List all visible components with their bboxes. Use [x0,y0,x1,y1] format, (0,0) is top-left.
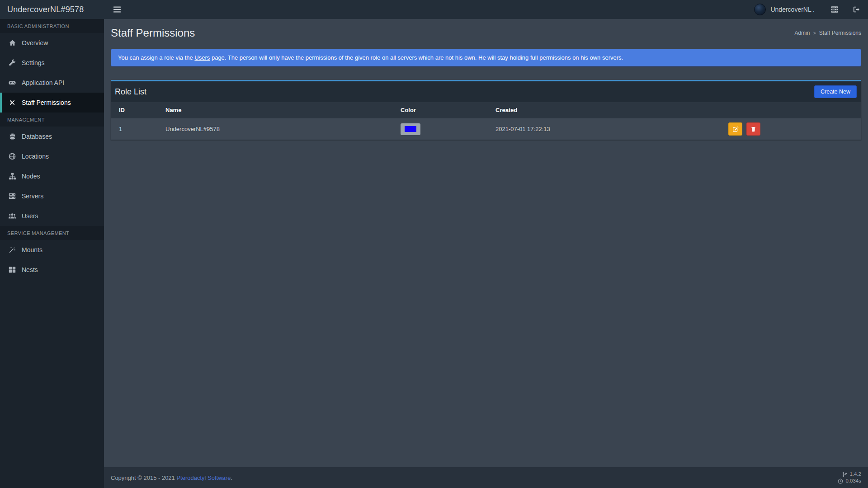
color-swatch-value [405,126,416,132]
breadcrumb-separator: > [813,30,816,36]
role-actions-cell [725,118,861,140]
sidebar-item-label: Nodes [22,173,40,180]
version-text: 1.4.2 [849,471,861,478]
panel-heading: Role List Create New [111,81,861,102]
table-header-row: ID Name Color Created [111,102,861,118]
servers-icon[interactable] [831,6,838,13]
users-page-link[interactable]: Users [194,54,210,61]
content: You can assign a role via the Users page… [104,49,868,467]
role-name-cell: UndercoverNL#9578 [162,118,397,140]
top-navbar: UndercoverNL#9578 UndercoverNL . [0,0,868,19]
column-header-created: Created [492,102,725,118]
user-menu[interactable]: UndercoverNL . [770,6,815,13]
table-row: 1 UndercoverNL#9578 2021-07-01 17:22:13 [111,118,861,140]
sidebar-item-label: Overview [22,39,48,47]
render-time-text: 0.034s [845,478,861,484]
clock-icon [838,479,843,484]
sidebar-section-management: MANAGEMENT [0,113,104,127]
sitemap-icon [8,173,17,180]
row-actions [728,122,858,136]
magic-wand-icon [8,246,17,253]
role-table: ID Name Color Created 1 UndercoverNL#957… [111,102,861,140]
edit-role-button[interactable] [728,122,742,136]
delete-role-button[interactable] [746,122,760,136]
sidebar-item-servers[interactable]: Servers [0,186,104,206]
sidebar-item-label: Users [22,212,38,220]
sidebar-item-label: Mounts [22,246,42,253]
sidebar-section-basic-administration: BASIC ADMINISTRATION [0,19,104,33]
footer-meta: 1.4.2 0.034s [838,471,861,484]
copyright-suffix: . [231,474,232,481]
sidebar-item-overview[interactable]: Overview [0,33,104,53]
render-time-line: 0.034s [838,478,861,484]
role-created-cell: 2021-07-01 17:22:13 [492,118,725,140]
role-list-panel: Role List Create New ID Name Color Creat… [111,80,861,140]
sidebar-item-application-api[interactable]: Application API [0,73,104,93]
sidebar-item-locations[interactable]: Locations [0,146,104,166]
sidebar-item-label: Staff Permissions [22,99,71,106]
trash-icon [750,126,756,132]
sidebar: BASIC ADMINISTRATION Overview Settings A… [0,19,104,488]
footer: Copyright © 2015 - 2021 Pterodactyl Soft… [104,467,868,488]
navbar-right-group: UndercoverNL . [754,4,868,15]
brand-title[interactable]: UndercoverNL#9578 [0,0,104,19]
sidebar-item-nests[interactable]: Nests [0,260,104,280]
edit-icon [732,126,739,132]
sidebar-item-nodes[interactable]: Nodes [0,166,104,186]
sidebar-toggle-button[interactable] [111,4,123,15]
user-avatar[interactable] [754,4,766,15]
users-icon [8,212,17,220]
page-title: Staff Permissions [111,27,195,39]
info-alert: You can assign a role via the Users page… [111,49,861,66]
sidebar-item-databases[interactable]: Databases [0,127,104,146]
main-area: Staff Permissions Admin > Staff Permissi… [104,19,868,488]
sidebar-section-service-management: SERVICE MANAGEMENT [0,226,104,240]
database-icon [8,133,17,140]
globe-icon [8,153,17,160]
breadcrumb-current: Staff Permissions [819,30,861,36]
sidebar-item-settings[interactable]: Settings [0,53,104,73]
grid-icon [8,266,17,273]
breadcrumb: Admin > Staff Permissions [794,30,861,36]
sidebar-item-users[interactable]: Users [0,206,104,226]
server-icon [8,192,17,200]
home-icon [8,39,17,47]
alert-text-before: You can assign a role via the [118,54,194,61]
create-new-button[interactable]: Create New [814,85,857,98]
sidebar-item-staff-permissions[interactable]: Staff Permissions [0,93,104,113]
role-id-cell: 1 [111,118,162,140]
sidebar-item-label: Databases [22,133,52,140]
gamepad-icon [8,79,17,86]
sidebar-item-label: Settings [22,59,45,66]
role-color-cell [397,118,492,140]
times-icon [8,99,17,106]
copyright-text: Copyright © 2015 - 2021 Pterodactyl Soft… [111,474,232,481]
column-header-color: Color [397,102,492,118]
breadcrumb-admin-link[interactable]: Admin [794,30,810,36]
hamburger-icon [113,6,121,13]
panel-title: Role List [115,87,146,97]
column-header-name: Name [162,102,397,118]
sidebar-item-label: Nests [22,266,38,273]
sidebar-item-label: Servers [22,192,43,200]
sidebar-item-label: Application API [22,79,64,86]
wrench-icon [8,59,17,66]
column-header-id: ID [111,102,162,118]
color-swatch [401,123,420,135]
code-branch-icon [842,472,847,477]
pterodactyl-link[interactable]: Pterodactyl Software [176,474,231,481]
sign-out-icon[interactable] [853,6,860,13]
version-line: 1.4.2 [838,471,861,478]
sidebar-item-mounts[interactable]: Mounts [0,240,104,260]
sidebar-item-label: Locations [22,153,49,160]
content-header: Staff Permissions Admin > Staff Permissi… [104,19,868,49]
column-header-actions [725,102,861,118]
copyright-prefix: Copyright © 2015 - 2021 [111,474,176,481]
alert-text-after: page. The person will only have the perm… [210,54,623,61]
